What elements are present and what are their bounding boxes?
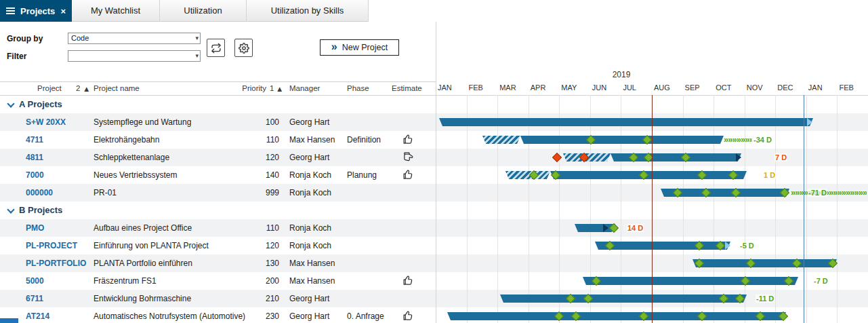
column-priority[interactable]: Priority	[230, 84, 266, 92]
table-row[interactable]: 4811Schleppkettenanlage120Georg Hart7 D	[0, 149, 868, 166]
manager-name: Ronja Koch	[289, 170, 331, 180]
group-by-label: Group by	[7, 34, 43, 43]
column-manager[interactable]: Manager	[289, 84, 320, 92]
manager-name: Georg Hart	[289, 153, 329, 162]
thumbs-up-icon[interactable]	[402, 169, 414, 180]
table-row[interactable]: S+W 20XXSystempflege und Wartung100Georg…	[0, 113, 868, 131]
sort-order-priority[interactable]: 1	[270, 84, 274, 92]
column-project[interactable]: Project	[37, 84, 62, 92]
month-label: APR	[531, 83, 546, 92]
refresh-button[interactable]	[207, 39, 225, 57]
table-row[interactable]: PMOAufbau eines Project Office110Ronja K…	[0, 219, 868, 237]
tab-my-watchlist[interactable]: My Watchlist	[72, 0, 160, 22]
timeline-year: 2019	[436, 70, 807, 79]
project-code-link[interactable]: 5000	[26, 276, 44, 286]
manager-name: Max Hansen	[289, 259, 335, 268]
month-label: JAN	[808, 83, 823, 92]
month-label: MAY	[561, 83, 577, 92]
table-row[interactable]: 5000Fräszentrum FS1200Max Hansen-7 D	[0, 272, 868, 290]
new-project-label: New Project	[342, 43, 388, 52]
project-name: Aufbau eines Project Office	[94, 223, 192, 233]
project-code-link[interactable]: 7000	[26, 170, 44, 180]
project-name: Systempflege und Wartung	[94, 117, 191, 127]
table-row[interactable]: 6711Entwicklung Bohrmaschine210Georg Har…	[0, 290, 868, 307]
gantt-bar[interactable]	[447, 312, 786, 320]
priority-value: 110	[237, 223, 279, 233]
table-row[interactable]: 4711Elektrohängebahn110Max HansenDefinit…	[0, 131, 868, 149]
month-label: OCT	[716, 83, 731, 92]
project-name: PLANTA Portfolio einführen	[94, 259, 192, 268]
thumbs-up-icon[interactable]	[402, 310, 414, 322]
gantt-row	[436, 254, 868, 272]
group-row[interactable]: A Projects	[0, 96, 868, 113]
tab-projects[interactable]: Projects ×	[0, 0, 72, 22]
month-label: JUL	[623, 83, 636, 92]
gantt-bar[interactable]	[595, 242, 730, 250]
settings-button[interactable]	[234, 39, 253, 57]
thumbs-up-icon[interactable]	[402, 275, 414, 286]
gantt-row: -11 D	[436, 290, 868, 307]
gantt-bar-planned-segment[interactable]	[505, 171, 550, 179]
priority-value: 999	[237, 188, 279, 197]
tab-label: Utilization by Skills	[271, 5, 344, 16]
table-row[interactable]: AT214Automatisches Notrufsystem (Automot…	[0, 307, 868, 323]
project-code-link[interactable]: AT214	[26, 311, 49, 321]
bar-end-marker	[736, 153, 741, 162]
tab-utilization[interactable]: Utilization	[160, 0, 247, 22]
table-row[interactable]: PL-PROJECTEinführung von PLANTA Project1…	[0, 237, 868, 254]
gantt-row: 1 D	[436, 166, 868, 184]
month-label: JUN	[592, 83, 606, 92]
chevron-down-icon[interactable]	[7, 100, 14, 107]
thumb-sideways-icon[interactable]	[402, 151, 414, 163]
table-gantt-divider[interactable]	[436, 22, 436, 323]
table-row[interactable]: 000000PR-01999Ronja Koch»»»»»»»»»»»»»»»»…	[0, 184, 868, 202]
project-code-link[interactable]: 4711	[26, 135, 43, 145]
table-row[interactable]: PL-PORTFOLIOPLANTA Portfolio einführen13…	[0, 254, 868, 272]
group-by-select[interactable]: Code ▾	[68, 33, 201, 44]
manager-name: Ronja Koch	[289, 241, 331, 250]
planta-project-window: My Watchlist Utilization Utilization by …	[0, 0, 868, 323]
priority-value: 140	[237, 170, 279, 180]
close-tab-icon[interactable]: ×	[60, 7, 66, 16]
filter-select[interactable]: ▾	[68, 50, 201, 62]
column-project-name[interactable]: Project name	[94, 84, 140, 92]
gantt-bar[interactable]	[500, 294, 747, 303]
project-code-link[interactable]: PL-PORTFOLIO	[26, 259, 86, 268]
gantt-bar-planned-segment[interactable]	[482, 136, 520, 144]
month-label: NOV	[747, 83, 763, 92]
gantt-bar[interactable]	[693, 259, 837, 267]
column-estimate[interactable]: Estimate	[392, 84, 422, 92]
project-code-link[interactable]: S+W 20XX	[26, 117, 66, 127]
project-code-link[interactable]: PL-PROJECT	[26, 241, 77, 250]
bar-delay-label: -71 D	[808, 189, 827, 197]
table-header: Project 2 ▲ Project name Priority 1 ▲ Ma…	[0, 81, 436, 96]
gantt-bar[interactable]	[439, 118, 813, 126]
bar-end-marker	[807, 118, 812, 126]
new-project-button[interactable]: » New Project	[320, 39, 399, 56]
project-code-link[interactable]: 6711	[26, 294, 43, 303]
month-label: SEP	[685, 83, 700, 92]
thumbs-up-icon[interactable]	[402, 134, 414, 145]
project-code-link[interactable]: 000000	[26, 188, 53, 197]
manager-name: Max Hansen	[289, 135, 335, 145]
sort-order-project[interactable]: 2	[76, 84, 80, 92]
chevron-down-icon: ▾	[195, 51, 199, 61]
group-row[interactable]: B Projects	[0, 202, 868, 219]
project-name: Entwicklung Bohrmaschine	[94, 294, 191, 303]
column-phase[interactable]: Phase	[347, 84, 369, 92]
group-label: A Projects	[19, 99, 62, 109]
priority-value: 120	[237, 241, 279, 250]
milestone-diamond[interactable]	[552, 153, 562, 162]
table-row[interactable]: 7000Neues Vertriebssystem140Ronja KochPl…	[0, 166, 868, 184]
tab-utilization-by-skills[interactable]: Utilization by Skills	[247, 0, 369, 22]
chevron-down-icon[interactable]	[7, 206, 14, 213]
group-label: B Projects	[19, 205, 62, 215]
gantt-row	[436, 113, 868, 131]
gantt-bar[interactable]	[520, 136, 724, 144]
gantt-bar[interactable]	[583, 277, 798, 285]
project-code-link[interactable]: 4811	[26, 153, 43, 162]
bar-delay-label: 1 D	[763, 171, 776, 179]
month-label: DEC	[777, 83, 793, 92]
project-code-link[interactable]: PMO	[26, 223, 44, 233]
menu-icon[interactable]	[6, 10, 15, 12]
